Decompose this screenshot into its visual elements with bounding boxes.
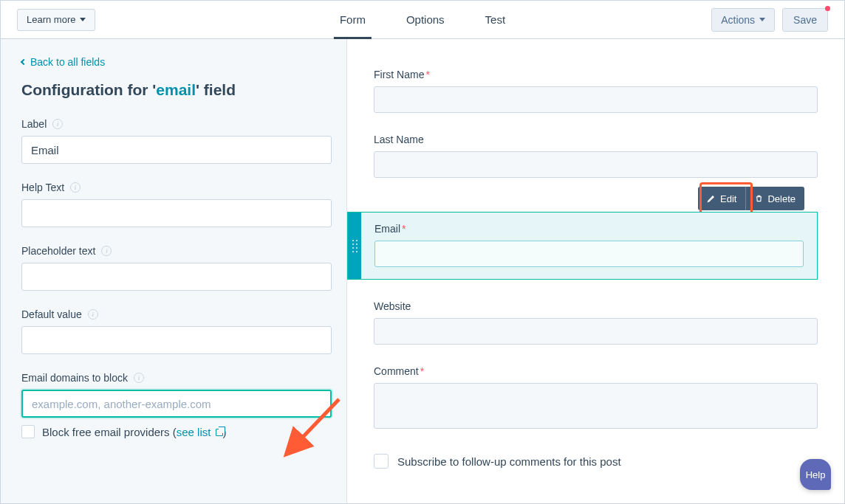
info-icon[interactable]: i [134, 373, 144, 383]
delete-label: Delete [767, 193, 796, 204]
info-icon[interactable]: i [88, 309, 98, 320]
help-text-heading: Help Text [21, 182, 64, 193]
config-title: Configuration for 'email' field [21, 81, 326, 99]
last-name-input[interactable] [374, 151, 818, 178]
preview-last-name: Last Name [374, 134, 818, 178]
block-free-providers-row: Block free email providers (see list ) [21, 425, 326, 438]
group-default-value: Default value i [21, 308, 326, 354]
default-value-input[interactable] [21, 326, 332, 354]
info-icon[interactable]: i [70, 182, 81, 193]
first-name-label: First Name* [374, 69, 818, 80]
label-input[interactable] [21, 136, 332, 164]
subscribe-label: Subscribe to follow-up comments for this… [397, 455, 621, 468]
label-heading: Label [21, 118, 47, 130]
see-list-link[interactable]: see list [177, 426, 223, 438]
preview-comment: Comment* [374, 365, 818, 432]
actions-label: Actions [721, 14, 755, 26]
block-free-providers-checkbox[interactable] [21, 425, 35, 438]
actions-button[interactable]: Actions [711, 8, 775, 32]
email-domains-input[interactable] [21, 390, 332, 418]
learn-more-label: Learn more [27, 14, 75, 25]
tab-test[interactable]: Test [485, 1, 506, 38]
preview-email-selected: Edit Delete Email* [347, 212, 818, 280]
external-link-icon [216, 429, 223, 436]
help-label: Help [806, 469, 826, 480]
edit-field-button[interactable]: Edit [698, 187, 745, 210]
group-placeholder: Placeholder text i [21, 245, 326, 291]
group-help-text: Help Text i [21, 182, 326, 227]
website-label: Website [374, 300, 818, 312]
trash-icon [755, 194, 763, 203]
required-asterisk: * [425, 69, 429, 80]
tab-form[interactable]: Form [340, 1, 366, 38]
config-field-name: email [156, 81, 196, 98]
left-config-panel: Back to all fields Configuration for 'em… [1, 39, 347, 503]
block-free-label: Block free email providers (see list ) [42, 426, 227, 438]
save-button[interactable]: Save [782, 8, 828, 32]
tabs: Form Options Test [340, 1, 505, 38]
group-email-domains: Email domains to block i [21, 372, 326, 418]
subscribe-row: Subscribe to follow-up comments for this… [374, 454, 818, 469]
back-link-label: Back to all fields [30, 56, 105, 68]
top-bar: Learn more Form Options Test Actions Sav… [1, 1, 844, 39]
email-label: Email* [374, 223, 804, 235]
preview-first-name: First Name* [374, 69, 818, 113]
info-icon[interactable]: i [101, 246, 112, 256]
preview-website: Website [374, 300, 818, 345]
placeholder-input[interactable] [21, 263, 332, 291]
required-asterisk: * [402, 223, 406, 235]
subscribe-checkbox[interactable] [374, 454, 389, 469]
last-name-label: Last Name [374, 134, 818, 145]
save-label: Save [793, 14, 817, 26]
website-input[interactable] [374, 318, 818, 345]
info-icon[interactable]: i [52, 119, 63, 129]
comment-input[interactable] [374, 383, 818, 429]
tab-options[interactable]: Options [406, 1, 445, 38]
first-name-input[interactable] [374, 86, 818, 113]
group-label: Label i [21, 118, 326, 164]
pencil-icon [707, 194, 716, 203]
chevron-left-icon [21, 59, 27, 65]
learn-more-button[interactable]: Learn more [17, 9, 95, 31]
required-asterisk: * [420, 365, 424, 377]
placeholder-heading: Placeholder text [21, 245, 95, 257]
top-right-actions: Actions Save [711, 8, 828, 32]
default-value-heading: Default value [21, 308, 82, 320]
body: Back to all fields Configuration for 'em… [1, 39, 844, 503]
caret-down-icon [80, 18, 86, 21]
caret-down-icon [759, 18, 765, 21]
back-to-fields-link[interactable]: Back to all fields [21, 56, 105, 68]
drag-dots-icon [352, 240, 358, 252]
field-action-bar: Edit Delete [698, 187, 804, 210]
drag-handle[interactable] [348, 213, 361, 279]
edit-label: Edit [720, 193, 736, 204]
email-domains-heading: Email domains to block [21, 372, 128, 384]
email-input[interactable] [374, 241, 804, 267]
unsaved-indicator-icon [825, 6, 830, 11]
help-button[interactable]: Help [800, 459, 831, 490]
form-preview-panel: First Name* Last Name Edit Delete [347, 39, 844, 503]
delete-field-button[interactable]: Delete [745, 187, 804, 210]
comment-label: Comment* [374, 365, 818, 377]
help-text-input[interactable] [21, 199, 332, 227]
